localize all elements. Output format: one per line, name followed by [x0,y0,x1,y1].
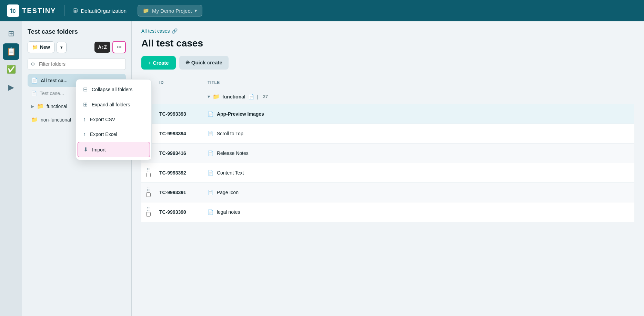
filter-input-wrap: ⚙ [28,58,126,70]
all-testcases-icon: 📄 [31,77,38,84]
sidebar-item-testcases[interactable]: 📋 [3,43,19,60]
tc-id: TC-9993390 [159,209,186,215]
main-content: All test cases 🔗 All test cases + Create… [132,21,644,316]
dropdown-item-collapse-all[interactable]: ⊟ Collapse all folders [78,82,150,97]
row-title-cell: 📄 App-Preview Images [203,104,634,124]
row-checkbox[interactable] [146,173,151,177]
dropdown-item-label: Expand all folders [92,102,130,107]
filter-icon: ⚙ [31,61,35,67]
folder-group-count: 27 [263,94,268,99]
quick-create-button[interactable]: ✳ Quick create [179,56,229,70]
dropdown-item-expand-all[interactable]: ⊞ Expand all folders [78,97,150,112]
import-icon: ⬇ [83,146,88,153]
folder-yellow-icon: 📁 [31,116,38,123]
folder-row-title-cell: ▾ 📁 functional 📄 | 27 [203,89,634,104]
folder-item-label: non-functional [41,117,71,123]
folder-chevron-icon: ▾ [208,94,210,99]
checklist-icon: ✅ [7,65,16,74]
row-title-cell: 📄 Scroll to Top [203,124,634,144]
sidebar-item-checklist[interactable]: ✅ [3,61,19,78]
new-dropdown-button[interactable]: ▾ [57,42,67,53]
brand-name: TESTINY [22,7,56,15]
row-checkbox[interactable] [146,192,151,197]
logo-area: tc TESTINY [7,4,56,17]
sidebar-item-dashboard[interactable]: ⊞ [3,25,19,42]
org-name: DefaultOrganization [81,8,127,14]
project-name: My Demo Project [152,8,192,14]
table-row: ⠿ TC-9993392 📄 Content Text [141,163,634,183]
folder-toolbar: 📁 New ▾ A↕Z ··· [28,41,126,53]
dropdown-item-label: Import [92,147,106,152]
new-button[interactable]: 📁 New [28,41,54,53]
row-checkbox[interactable] [146,212,151,217]
folder-item-label: functional [47,104,67,109]
tc-doc-icon: 📄 [208,111,213,117]
dropdown-item-export-excel[interactable]: ↑ Export Excel [78,127,150,141]
col-id-header: ID [155,76,203,89]
table-header-row: ID TITLE [141,76,634,89]
main-layout: ⊞ 📋 ✅ ▶ Test case folders 📁 New ▾ A↕Z [0,21,644,316]
chevron-down-icon: ▾ [60,45,63,50]
folder-item-label: Test case... [40,91,64,96]
tc-doc-icon: 📄 [208,170,213,176]
folder-group-icon2: 📄 [248,94,254,99]
row-drag-cell: ⠿ [141,163,155,183]
filter-folders-input[interactable] [28,58,126,70]
folder-yellow-icon: 📁 [37,103,44,109]
project-icon: 📁 [143,8,149,14]
row-id-cell: TC-9993393 [155,104,203,124]
row-id-cell: TC-9993390 [155,202,203,222]
row-title-cell: 📄 legal notes [203,202,634,222]
row-id-cell: TC-9993394 [155,124,203,144]
folder-group-row: ▾ 📁 functional 📄 | 27 [141,89,634,104]
folder-panel-title: Test case folders [28,28,126,35]
drag-handle-icon[interactable]: ⠿ [147,207,150,212]
folder-group-name: functional [222,94,245,99]
create-button[interactable]: + Create [141,56,176,70]
dropdown-item-import[interactable]: ⬇ Import [78,142,150,157]
export-excel-icon: ↑ [83,131,86,137]
table-row: ⠿ TC-9993390 📄 legal notes [141,202,634,222]
ellipsis-icon: ··· [117,44,122,51]
dashboard-icon: ⊞ [8,29,14,38]
tc-id: TC-9993392 [159,170,186,176]
dropdown-item-export-csv[interactable]: ↑ Export CSV [78,112,150,127]
tc-id: TC-9993416 [159,150,186,156]
drag-handle-icon[interactable]: ⠿ [147,187,150,192]
page-title: All test cases [141,38,634,49]
table-area: ID TITLE ▾ 📁 [141,76,634,309]
row-id-cell: TC-9993391 [155,183,203,202]
table-row: ⠿ TC-9993393 📄 App-Preview Images [141,104,634,124]
table-row: ⠿ TC-9993416 📄 Release Notes [141,144,634,163]
dropdown-item-label: Export CSV [90,117,115,122]
row-title-cell: 📄 Release Notes [203,144,634,163]
folder-doc-icon: 📁 [213,93,220,100]
breadcrumb-link[interactable]: All test cases [141,28,170,34]
tc-id: TC-9993393 [159,111,186,117]
dropdown-item-label: Export Excel [90,131,117,137]
dropdown-menu: ⊟ Collapse all folders ⊞ Expand all fold… [76,79,152,160]
more-options-button[interactable]: ··· [112,41,126,53]
folder-group-separator: | [257,94,258,99]
project-selector[interactable]: 📁 My Demo Project ▾ [138,5,202,17]
new-button-label: New [40,44,50,50]
row-title-cell: 📄 Content Text [203,163,634,183]
table-row: ⠿ TC-9993391 📄 Page Icon [141,183,634,202]
row-id-cell: TC-9993392 [155,163,203,183]
folder-item-label: All test ca... [41,78,68,83]
org-icon: ⛁ [73,7,78,14]
tc-id: TC-9993394 [159,131,186,136]
sidebar-item-play[interactable]: ▶ [3,79,19,96]
action-bar: + Create ✳ Quick create [141,56,634,70]
sidebar-icons: ⊞ 📋 ✅ ▶ [0,21,22,316]
sort-button[interactable]: A↕Z [94,42,110,53]
row-drag-cell: ⠿ [141,183,155,202]
drag-handle-icon[interactable]: ⠿ [147,167,150,173]
tc-doc-icon: 📄 [208,131,213,136]
collapse-icon: ⊟ [83,86,88,93]
export-csv-icon: ↑ [83,116,86,123]
tc-title: Scroll to Top [217,131,243,136]
expand-chevron-icon: ▶ [31,104,34,109]
nav-divider [64,5,64,16]
testcases-icon: 📋 [7,47,16,56]
